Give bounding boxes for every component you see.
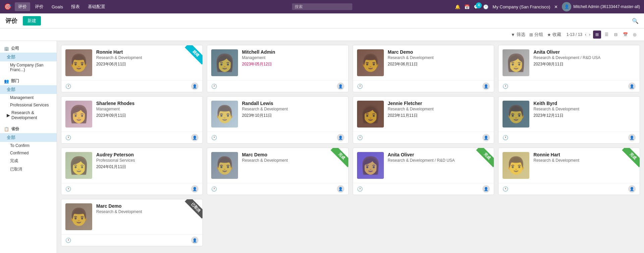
card-name: Jennie Fletcher (388, 101, 490, 106)
clock-icon[interactable]: 🕐 (65, 84, 71, 89)
prev-page-icon[interactable]: ‹ (585, 32, 586, 37)
notification-icon[interactable]: 🔔 (455, 4, 460, 9)
sidebar-dept-section: 👥 部门 (0, 76, 57, 85)
nav-item-goals[interactable]: Goals (48, 3, 66, 11)
group-label: 分组 (534, 32, 543, 38)
ribbon-label: 就绪 (185, 45, 202, 64)
card-date: 2023年10月11日 (242, 113, 344, 118)
sidebar-dept-rd[interactable]: ▶ Research & Development (0, 109, 57, 121)
card-name: Anita Oliver (533, 49, 636, 55)
assignee-avatar[interactable]: 👤 (191, 185, 198, 193)
assignee-avatar[interactable]: 👤 (482, 83, 490, 90)
ribbon-label: 完成 (476, 148, 494, 167)
calendar-view-icon[interactable]: 📅 (621, 31, 629, 39)
clock-icon[interactable]: 🕐 (65, 135, 71, 140)
card-name: Mitchell Admin (242, 49, 344, 55)
card-item[interactable]: 就绪 👨 Ronnie Hart Research & Development … (61, 45, 203, 92)
clock-icon[interactable]: 🕐 (357, 186, 363, 192)
assignee-avatar[interactable]: 👤 (337, 185, 344, 193)
card-name: Randall Lewis (242, 101, 344, 106)
filter-btn[interactable]: ▼ 筛选 (511, 32, 525, 38)
assignee-avatar[interactable]: 👤 (337, 83, 344, 90)
card-item[interactable]: 已取消 👨 Marc Demo Research & Development 🕐… (61, 199, 203, 246)
person-silhouette: 👩 (65, 152, 92, 179)
clock-icon[interactable]: 🕐 (503, 135, 508, 140)
assignee-avatar[interactable]: 👤 (482, 134, 490, 141)
clock-icon[interactable]: 🕐 (503, 84, 508, 89)
clock-nav-icon[interactable]: 🕐 (483, 4, 488, 9)
page-title: 评价 (5, 17, 17, 25)
chat-icon-wrapper[interactable]: 💬 4 (474, 4, 479, 9)
nav-search-input[interactable] (292, 3, 352, 10)
sidebar-company-section: 🏢 公司 (0, 44, 57, 53)
sidebar-province-done[interactable]: 完成 (0, 157, 57, 165)
assignee-avatar[interactable]: 👤 (191, 134, 198, 141)
top-nav: 🎯 评价 评价 Goals 报表 基础配置 🔔 📅 💬 4 🕐 My Compa… (0, 0, 644, 13)
card-item[interactable]: 👩 Mitchell Admin Management 2023年05月12日 … (207, 45, 349, 92)
sidebar-province-cancelled[interactable]: 已取消 (0, 165, 57, 173)
card-footer: 🕐 👤 (353, 132, 494, 143)
card-item[interactable]: 完成 👩 Anita Oliver Research & Development… (353, 148, 494, 195)
card-dept: Management (96, 107, 198, 111)
sidebar-company-all[interactable]: 全部 (0, 53, 57, 61)
sidebar-dept-professional[interactable]: Professional Services (0, 101, 57, 109)
card-footer: 🕐 👤 (61, 183, 202, 195)
clock-icon[interactable]: 🕐 (65, 238, 71, 243)
nav-item-pingJia2[interactable]: 评价 (32, 2, 47, 11)
card-date: 2023年11月11日 (388, 113, 490, 118)
clock-icon[interactable]: 🕐 (211, 135, 217, 140)
sidebar-dept-management[interactable]: Management (0, 94, 57, 101)
assignee-avatar[interactable]: 👤 (628, 83, 636, 90)
new-button[interactable]: 新建 (23, 16, 41, 26)
card-dept: Management (242, 55, 344, 60)
province-icon: 📋 (4, 127, 9, 132)
sidebar-province-all[interactable]: 全部 (0, 133, 57, 142)
view-icons: ⊞ ☰ ⊟ 📅 ◎ (593, 31, 639, 39)
clock-icon[interactable]: 🕐 (211, 84, 217, 89)
card-body: 👨 Randall Lewis Research & Development 2… (207, 97, 348, 132)
kanban-view-icon[interactable]: ⊞ (593, 31, 601, 39)
nav-item-report[interactable]: 报表 (68, 2, 83, 11)
card-item[interactable]: 👨 Marc Demo Research & Development 2023年… (353, 45, 494, 92)
nav-item-config[interactable]: 基础配置 (84, 2, 109, 11)
clock-icon[interactable]: 🕐 (357, 84, 363, 89)
card-item[interactable]: 完成 👨 Marc Demo Research & Development 🕐 … (207, 148, 349, 195)
table-view-icon[interactable]: ⊟ (612, 31, 620, 39)
card-item[interactable]: 👩 Audrey Peterson Professional Services … (61, 148, 203, 195)
clock-icon[interactable]: 🕐 (357, 135, 363, 140)
sidebar: 🏢 公司 全部 My Company (San Franc...) 👥 部门 全… (0, 41, 57, 253)
assignee-avatar[interactable]: 👤 (337, 134, 344, 141)
sidebar-province-to-confirm[interactable]: To Confirm (0, 142, 57, 149)
list-view-icon[interactable]: ☰ (602, 31, 610, 39)
nav-item-pingJia1[interactable]: 评价 (15, 2, 30, 11)
favorite-btn[interactable]: ★ 收藏 (547, 32, 561, 38)
activity-view-icon[interactable]: ◎ (631, 31, 639, 39)
card-item[interactable]: 👨 Randall Lewis Research & Development 2… (207, 96, 349, 144)
card-item[interactable]: 完成 👨 Ronnie Hart Research & Development … (498, 148, 640, 195)
card-item[interactable]: 👩 Jennie Fletcher Research & Development… (353, 96, 494, 144)
next-page-icon[interactable]: › (589, 32, 590, 37)
assignee-avatar[interactable]: 👤 (191, 237, 198, 244)
sidebar-dept-all[interactable]: 全部 (0, 85, 57, 94)
card-info: Mitchell Admin Management 2023年05月12日 (242, 49, 344, 76)
card-item[interactable]: 👩 Anita Oliver Research & Development / … (498, 45, 640, 92)
clock-icon[interactable]: 🕐 (503, 186, 508, 192)
user-info[interactable]: 👤 Mitchell Admin (36133447-master-all) (562, 2, 640, 11)
assignee-avatar[interactable]: 👤 (628, 134, 636, 141)
content-area: 就绪 👨 Ronnie Hart Research & Development … (57, 41, 644, 253)
card-item[interactable]: 👩 Sharlene Rhodes Management 2023年09月11日… (61, 96, 203, 144)
clock-icon[interactable]: 🕐 (65, 186, 71, 192)
card-body: 👩 Anita Oliver Research & Development / … (499, 45, 640, 80)
assignee-avatar[interactable]: 👤 (191, 83, 198, 90)
sidebar-province-confirmed[interactable]: Confirmed (0, 149, 57, 157)
toolbar-left: ▼ 筛选 ⊞ 分组 ★ 收藏 (511, 32, 561, 38)
sidebar-company-item[interactable]: My Company (San Franc...) (0, 61, 57, 73)
card-item[interactable]: 👨 Keith Byrd Research & Development 2023… (498, 96, 640, 144)
clock-icon[interactable]: 🕐 (211, 186, 217, 192)
calendar-icon[interactable]: 📅 (464, 4, 470, 9)
assignee-avatar[interactable]: 👤 (482, 185, 490, 193)
group-btn[interactable]: ⊞ 分组 (529, 32, 543, 38)
person-silhouette: 👨 (211, 152, 238, 179)
assignee-avatar[interactable]: 👤 (628, 185, 636, 193)
search-icon[interactable]: 🔍 (632, 18, 639, 24)
